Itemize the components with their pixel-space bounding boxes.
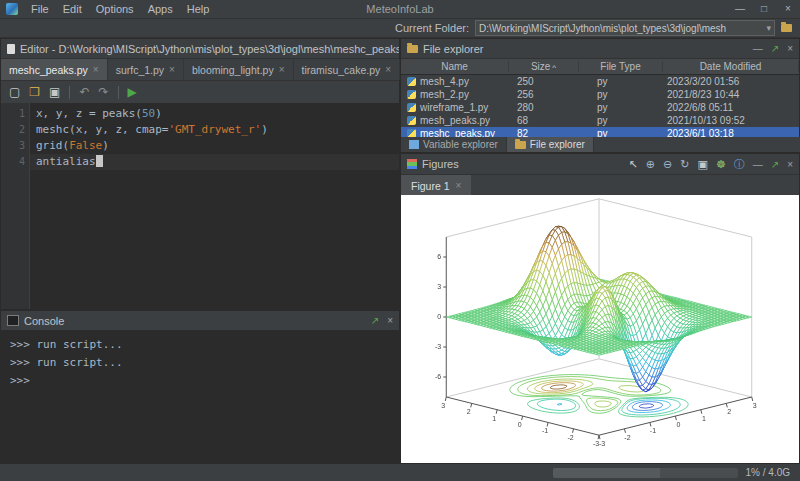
minimize-icon[interactable]: — xyxy=(753,43,763,54)
tab-close-icon[interactable]: × xyxy=(385,64,391,75)
python-file-icon xyxy=(407,77,416,86)
browse-folder-icon[interactable] xyxy=(781,24,792,32)
new-file-icon[interactable]: ▢ xyxy=(9,86,20,98)
figures-icon xyxy=(407,159,417,169)
editor-tab-blooming_light-py[interactable]: blooming_light.py× xyxy=(184,59,294,80)
file-explorer-title: File explorer xyxy=(423,43,484,55)
tab-close-icon[interactable]: × xyxy=(456,180,462,191)
column-header-name[interactable]: Name xyxy=(401,61,509,72)
tab-variable-explorer[interactable]: Variable explorer xyxy=(401,137,507,152)
editor-tab-label: meshc_peaks.py xyxy=(9,64,88,76)
table-row[interactable]: mesh_2.py256py2021/8/23 10:44 xyxy=(401,88,799,101)
tab-file-explorer[interactable]: File explorer xyxy=(507,137,594,152)
current-folder-label: Current Folder: xyxy=(395,22,469,34)
menu-options[interactable]: Options xyxy=(89,0,141,18)
file-modified-cell: 2023/3/20 01:56 xyxy=(663,76,799,87)
chevron-down-icon[interactable]: ▾ xyxy=(766,23,771,33)
code-token: x, y, z = peaks( xyxy=(36,107,142,120)
file-type-cell: py xyxy=(579,102,663,113)
menu-edit[interactable]: Edit xyxy=(56,0,89,18)
file-name-cell: mesh_2.py xyxy=(401,89,509,100)
editor-tab-surfc_1-py[interactable]: surfc_1.py× xyxy=(108,59,184,80)
save-file-icon[interactable]: ▣ xyxy=(49,86,60,98)
close-icon[interactable]: × xyxy=(387,315,393,326)
tab-figure-1[interactable]: Figure 1 × xyxy=(401,175,471,196)
file-modified-cell: 2022/6/8 05:11 xyxy=(663,102,799,113)
menu-apps[interactable]: Apps xyxy=(141,0,180,18)
minimize-icon[interactable]: — xyxy=(753,159,763,170)
float-icon[interactable]: ↗ xyxy=(771,43,779,54)
console-panel-title: Console xyxy=(24,315,64,327)
line-number: 4 xyxy=(1,154,25,170)
console-line: >>> xyxy=(10,372,390,390)
file-type-cell: py xyxy=(579,76,663,87)
close-icon[interactable]: × xyxy=(787,159,793,170)
run-script-icon[interactable]: ▶ xyxy=(128,86,137,98)
file-explorer-header: File explorer —↗× xyxy=(401,39,799,59)
python-file-icon xyxy=(407,90,416,99)
current-folder-combobox[interactable]: D:\Working\MIScript\Jython\mis\plot_type… xyxy=(475,20,775,36)
file-name-cell: mesh_4.py xyxy=(401,76,509,87)
column-label: Name xyxy=(441,61,468,72)
editor-tab-tiramisu_cake-py[interactable]: tiramisu_cake.py× xyxy=(294,59,401,80)
column-header-file-type[interactable]: File Type xyxy=(579,61,663,72)
tab-close-icon[interactable]: × xyxy=(169,64,175,75)
undo-icon[interactable]: ↶ xyxy=(79,86,89,98)
line-number: 2 xyxy=(1,122,25,138)
file-size-cell: 256 xyxy=(509,89,579,100)
column-header-date-modified[interactable]: Date Modified xyxy=(663,61,799,72)
console-panel-header: Console ↗× xyxy=(1,311,399,331)
python-file-icon xyxy=(407,103,416,112)
code-lines[interactable]: x, y, z = peaks(50)meshc(x, y, z, cmap='… xyxy=(30,103,399,309)
info-icon[interactable]: ⓘ xyxy=(734,159,745,170)
code-line: antialias xyxy=(30,154,399,170)
file-size-cell: 250 xyxy=(509,76,579,87)
code-token: ) xyxy=(261,123,268,136)
column-header-size[interactable]: Size^ xyxy=(509,61,579,72)
pointer-icon[interactable]: ↖ xyxy=(629,159,638,170)
figure-tab-label: Figure 1 xyxy=(411,180,450,192)
toolbar-separator xyxy=(118,86,119,99)
file-size-cell: 280 xyxy=(509,102,579,113)
memory-indicator[interactable] xyxy=(553,468,738,478)
table-row[interactable]: wireframe_1.py280py2022/6/8 05:11 xyxy=(401,101,799,114)
code-token: ) xyxy=(155,107,162,120)
table-row[interactable]: mesh_4.py250py2023/3/20 01:56 xyxy=(401,75,799,88)
figure-plot-canvas[interactable] xyxy=(401,195,799,463)
close-button[interactable]: × xyxy=(776,0,800,18)
zoom-out-icon[interactable]: ⊖ xyxy=(663,159,672,170)
figure-tabbar: Figure 1 × xyxy=(401,175,799,197)
code-token: meshc(x, y, z, cmap= xyxy=(36,123,168,136)
file-name: wireframe_1.py xyxy=(420,102,488,113)
current-folder-value: D:\Working\MIScript\Jython\mis\plot_type… xyxy=(479,23,763,34)
figure-content xyxy=(401,195,799,462)
code-line: x, y, z = peaks(50) xyxy=(30,106,399,122)
minimize-button[interactable]: — xyxy=(728,0,752,18)
rotate-icon[interactable]: ↻ xyxy=(680,159,689,170)
console-output[interactable]: >>> run script...>>> run script...>>> xyxy=(1,330,399,462)
redo-icon[interactable]: ↷ xyxy=(99,86,109,98)
window-controls: —□× xyxy=(728,0,800,18)
file-type-cell: py xyxy=(579,115,663,126)
figures-panel-header: Figures ↖⊕⊖↻▣☸ⓘ—↗× xyxy=(401,154,799,175)
maximize-button[interactable]: □ xyxy=(752,0,776,18)
open-file-icon[interactable]: ❒ xyxy=(29,86,40,98)
float-icon[interactable]: ↗ xyxy=(371,315,379,326)
figures-panel-title: Figures xyxy=(422,158,459,170)
table-row[interactable]: mesh_peaks.py68py2021/10/13 09:52 xyxy=(401,114,799,127)
code-editor[interactable]: 1234 x, y, z = peaks(50)meshc(x, y, z, c… xyxy=(1,103,399,309)
settings-icon[interactable]: ☸ xyxy=(716,159,726,170)
editor-tab-label: surfc_1.py xyxy=(116,64,164,76)
editor-tab-meshc_peaks-py[interactable]: meshc_peaks.py× xyxy=(1,59,108,80)
menu-bar: FileEditOptionsAppsHelp MeteoInfoLab —□× xyxy=(0,0,800,19)
save-icon[interactable]: ▣ xyxy=(697,159,707,170)
tab-close-icon[interactable]: × xyxy=(93,64,99,75)
column-label: File Type xyxy=(600,61,640,72)
tab-close-icon[interactable]: × xyxy=(279,64,285,75)
float-icon[interactable]: ↗ xyxy=(771,159,779,170)
menu-file[interactable]: File xyxy=(24,0,56,18)
menu-help[interactable]: Help xyxy=(180,0,217,18)
editor-panel: Editor - D:\Working\MIScript\Jython\mis\… xyxy=(0,38,400,310)
zoom-in-icon[interactable]: ⊕ xyxy=(646,159,655,170)
close-icon[interactable]: × xyxy=(787,43,793,54)
